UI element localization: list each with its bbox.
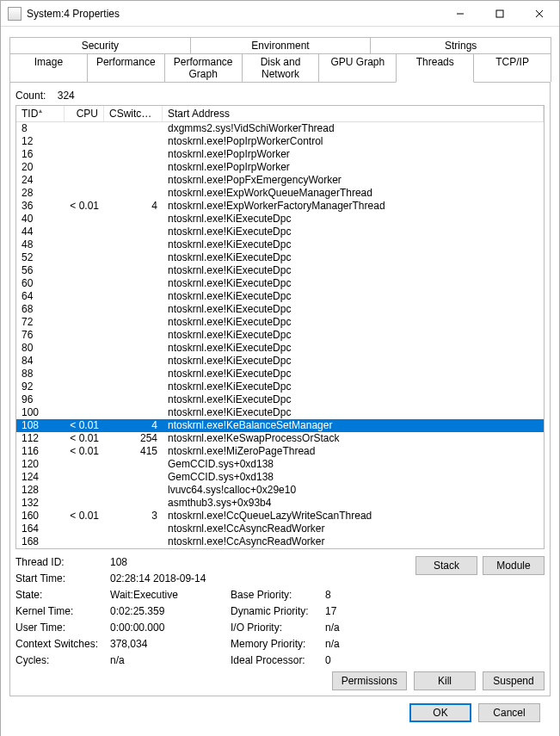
- threads-panel: Count: 324 TID CPU CSwitch D... Start Ad…: [9, 82, 551, 696]
- table-row[interactable]: 164ntoskrnl.exe!CcAsyncReadWorker: [16, 523, 544, 535]
- tab-strings[interactable]: Strings: [370, 37, 551, 53]
- table-row[interactable]: 88ntoskrnl.exe!KiExecuteDpc: [16, 368, 544, 380]
- table-body[interactable]: 8dxgmms2.sys!VidSchiWorkerThread12ntoskr…: [16, 122, 544, 548]
- table-row[interactable]: 92ntoskrnl.exe!KiExecuteDpc: [16, 380, 544, 393]
- cell-cpu: [65, 122, 104, 135]
- table-row[interactable]: 36< 0.014ntoskrnl.exe!ExpWorkerFactoryMa…: [16, 200, 544, 213]
- table-row[interactable]: 52ntoskrnl.exe!KiExecuteDpc: [16, 251, 544, 264]
- table-row[interactable]: 16ntoskrnl.exe!PopIrpWorker: [16, 148, 544, 161]
- label-ideal-proc: Ideal Processor:: [231, 654, 325, 666]
- table-row[interactable]: 64ntoskrnl.exe!KiExecuteDpc: [16, 290, 544, 303]
- cell-tid: 76: [16, 329, 65, 342]
- col-header-cpu[interactable]: CPU: [65, 106, 104, 121]
- cell-tid: 128: [16, 484, 65, 497]
- module-button[interactable]: Module: [483, 556, 545, 575]
- cell-cpu: [65, 316, 104, 329]
- table-row[interactable]: 100ntoskrnl.exe!KiExecuteDpc: [16, 406, 544, 419]
- table-row[interactable]: 84ntoskrnl.exe!KiExecuteDpc: [16, 355, 544, 368]
- table-row[interactable]: 76ntoskrnl.exe!KiExecuteDpc: [16, 329, 544, 342]
- cell-tid: 24: [16, 174, 65, 187]
- table-row[interactable]: 24ntoskrnl.exe!PopFxEmergencyWorker: [16, 174, 544, 187]
- cell-start: ntoskrnl.exe!KiExecuteDpc: [163, 342, 544, 355]
- cell-cpu: < 0.01: [65, 432, 104, 445]
- table-row[interactable]: 96ntoskrnl.exe!KiExecuteDpc: [16, 393, 544, 406]
- col-header-start[interactable]: Start Address: [163, 106, 544, 121]
- cell-csw: [104, 213, 163, 226]
- tab-tcpip[interactable]: TCP/IP: [473, 53, 551, 82]
- cell-start: ntoskrnl.exe!KiExecuteDpc: [163, 238, 544, 251]
- table-row[interactable]: 108< 0.014ntoskrnl.exe!KeBalanceSetManag…: [16, 419, 544, 432]
- table-row[interactable]: 160< 0.013ntoskrnl.exe!CcQueueLazyWriteS…: [16, 510, 544, 523]
- table-row[interactable]: 60ntoskrnl.exe!KiExecuteDpc: [16, 277, 544, 290]
- tab-performance[interactable]: Performance: [87, 53, 165, 82]
- tab-threads[interactable]: Threads: [396, 53, 474, 83]
- table-row[interactable]: 124GemCCID.sys+0xd138: [16, 471, 544, 484]
- tab-perfgraph[interactable]: Performance Graph: [164, 53, 243, 82]
- suspend-button[interactable]: Suspend: [483, 671, 545, 690]
- close-button[interactable]: [520, 1, 559, 27]
- cell-cpu: [65, 342, 104, 355]
- cell-csw: [104, 535, 163, 548]
- cell-csw: [104, 122, 163, 135]
- col-header-csw[interactable]: CSwitch D...: [104, 106, 163, 121]
- kill-button[interactable]: Kill: [414, 671, 476, 690]
- tab-image[interactable]: Image: [9, 53, 88, 82]
- table-row[interactable]: 44ntoskrnl.exe!KiExecuteDpc: [16, 226, 544, 238]
- cell-cpu: [65, 380, 104, 393]
- table-row[interactable]: 28ntoskrnl.exe!ExpWorkQueueManagerThread: [16, 187, 544, 200]
- tab-gpugraph[interactable]: GPU Graph: [318, 53, 397, 82]
- maximize-button[interactable]: [480, 1, 520, 27]
- cell-cpu: < 0.01: [65, 419, 104, 432]
- value-mem-prio: n/a: [325, 638, 360, 650]
- cell-tid: 108: [16, 419, 65, 432]
- table-row[interactable]: 20ntoskrnl.exe!PopIrpWorker: [16, 161, 544, 174]
- permissions-button[interactable]: Permissions: [332, 671, 407, 690]
- cell-csw: 3: [104, 510, 163, 523]
- label-io-prio: I/O Priority:: [231, 622, 325, 634]
- table-row[interactable]: 48ntoskrnl.exe!KiExecuteDpc: [16, 238, 544, 251]
- table-row[interactable]: 112< 0.01254ntoskrnl.exe!KeSwapProcessOr…: [16, 432, 544, 445]
- cell-start: ntoskrnl.exe!KeSwapProcessOrStack: [163, 432, 544, 445]
- tab-disknet[interactable]: Disk and Network: [242, 53, 320, 82]
- table-row[interactable]: 128lvuvc64.sys!calloc+0x29e10: [16, 484, 544, 497]
- ok-button[interactable]: OK: [409, 703, 471, 722]
- table-row[interactable]: 132asmthub3.sys+0x93b4: [16, 497, 544, 510]
- tab-environment[interactable]: Environment: [190, 37, 372, 53]
- cell-start: ntoskrnl.exe!CcQueueLazyWriteScanThread: [163, 510, 544, 523]
- cell-start: GemCCID.sys+0xd138: [163, 471, 544, 484]
- cell-tid: 164: [16, 523, 65, 535]
- table-row[interactable]: 168ntoskrnl.exe!CcAsyncReadWorker: [16, 535, 544, 548]
- cell-cpu: [65, 484, 104, 497]
- table-row[interactable]: 116< 0.01415ntoskrnl.exe!MiZeroPageThrea…: [16, 445, 544, 458]
- cell-cpu: [65, 523, 104, 535]
- cell-tid: 112: [16, 432, 65, 445]
- cell-start: ntoskrnl.exe!PopIrpWorkerControl: [163, 135, 544, 148]
- minimize-button[interactable]: [440, 1, 480, 27]
- col-header-tid[interactable]: TID: [16, 106, 65, 121]
- value-ideal-proc: 0: [325, 654, 360, 666]
- cell-cpu: [65, 393, 104, 406]
- cell-start: ntoskrnl.exe!PopFxEmergencyWorker: [163, 174, 544, 187]
- cancel-button[interactable]: Cancel: [478, 703, 540, 722]
- table-row[interactable]: 68ntoskrnl.exe!KiExecuteDpc: [16, 303, 544, 316]
- table-row[interactable]: 120GemCCID.sys+0xd138: [16, 458, 544, 471]
- cell-cpu: < 0.01: [65, 445, 104, 458]
- table-row[interactable]: 8dxgmms2.sys!VidSchiWorkerThread: [16, 122, 544, 135]
- dialog-footer: OK Cancel: [9, 696, 551, 733]
- thread-count: Count: 324: [15, 90, 545, 102]
- table-row[interactable]: 72ntoskrnl.exe!KiExecuteDpc: [16, 316, 544, 329]
- cell-start: ntoskrnl.exe!KiExecuteDpc: [163, 316, 544, 329]
- cell-csw: [104, 329, 163, 342]
- cell-csw: [104, 226, 163, 238]
- table-row[interactable]: 80ntoskrnl.exe!KiExecuteDpc: [16, 342, 544, 355]
- cell-cpu: [65, 368, 104, 380]
- tab-security[interactable]: Security: [9, 37, 191, 53]
- table-header: TID CPU CSwitch D... Start Address: [16, 106, 544, 122]
- table-row[interactable]: 56ntoskrnl.exe!KiExecuteDpc: [16, 264, 544, 277]
- stack-button[interactable]: Stack: [415, 556, 477, 575]
- table-row[interactable]: 40ntoskrnl.exe!KiExecuteDpc: [16, 213, 544, 226]
- table-row[interactable]: 12ntoskrnl.exe!PopIrpWorkerControl: [16, 135, 544, 148]
- cell-tid: 20: [16, 161, 65, 174]
- cell-tid: 132: [16, 497, 65, 510]
- cell-csw: 415: [104, 445, 163, 458]
